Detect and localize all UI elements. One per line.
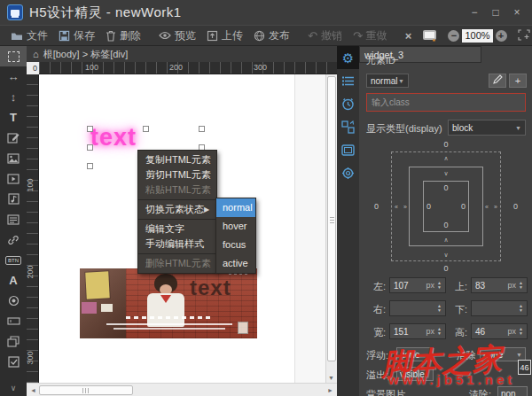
- link-tool[interactable]: [0, 229, 27, 250]
- padding-right-value[interactable]: 0: [461, 202, 466, 211]
- edit-state-button[interactable]: [489, 74, 506, 88]
- photo-widget[interactable]: text: [80, 268, 257, 338]
- overflow-select[interactable]: visible: [396, 367, 434, 381]
- scroll-down-arrow-icon[interactable]: ▼: [328, 375, 334, 381]
- submenu-item-normal[interactable]: normal: [216, 198, 255, 217]
- stepper-right-icon[interactable]: »: [403, 204, 407, 210]
- minimize-button[interactable]: −: [466, 5, 482, 19]
- stepper-right-icon[interactable]: »: [494, 204, 497, 210]
- margin-right-value[interactable]: 0: [513, 202, 518, 211]
- device-view-button[interactable]: [417, 28, 442, 43]
- select-tool[interactable]: [0, 46, 27, 66]
- padding-top-value[interactable]: 0: [443, 183, 448, 192]
- rich-text-tool[interactable]: [0, 128, 27, 148]
- margin-bottom-value[interactable]: 0: [443, 264, 448, 273]
- redo-button[interactable]: ↷ 重做: [348, 27, 393, 44]
- menu-item-copy[interactable]: 复制HTML元素: [138, 152, 216, 167]
- anchor-tool[interactable]: A: [0, 270, 27, 291]
- class-input[interactable]: [366, 93, 526, 112]
- design-canvas[interactable]: text text: [39, 74, 325, 383]
- selection-handle[interactable]: [199, 126, 205, 132]
- menu-item-delete[interactable]: 删除HTML元素: [138, 256, 216, 271]
- width-input[interactable]: 151 px ▲▼: [389, 323, 446, 339]
- audio-tool[interactable]: [0, 189, 27, 209]
- close-page-button[interactable]: ×: [400, 28, 418, 43]
- selection-handle[interactable]: [143, 126, 149, 132]
- height-input[interactable]: 46 px ▲▼: [471, 323, 528, 339]
- checkbox-tool[interactable]: [0, 352, 27, 372]
- form-tool[interactable]: [0, 209, 27, 229]
- zoom-level-value[interactable]: 100%: [462, 29, 492, 43]
- delete-button[interactable]: 删除: [100, 27, 146, 44]
- tab-page[interactable]: [337, 138, 359, 161]
- selection-handle[interactable]: [87, 126, 93, 132]
- text-tool[interactable]: T: [0, 107, 27, 128]
- margin-top-value[interactable]: 0: [443, 140, 448, 149]
- button-tool[interactable]: BTN: [0, 250, 27, 270]
- zoom-in-button[interactable]: +: [496, 29, 512, 43]
- vertical-scrollbar[interactable]: ▼: [325, 74, 337, 383]
- breadcrumb-path[interactable]: 根[body] > 标签[div]: [43, 48, 129, 61]
- tab-animation[interactable]: [337, 92, 359, 115]
- stepper-down-icon[interactable]: ∨: [443, 252, 448, 258]
- margin-left-value[interactable]: 0: [374, 202, 379, 211]
- zoom-out-button[interactable]: −: [442, 29, 459, 43]
- display-select[interactable]: block▼: [448, 120, 526, 136]
- state-dropdown[interactable]: normal▼: [366, 74, 409, 88]
- image-tool[interactable]: [0, 148, 27, 168]
- stepper-left-icon[interactable]: «: [395, 204, 398, 210]
- artboard-button[interactable]: [512, 28, 532, 43]
- menu-item-switch-state[interactable]: 切换元素状态 ▶: [138, 202, 216, 217]
- menu-item-edit-text[interactable]: 编辑文字: [138, 221, 216, 237]
- horizontal-resize-tool[interactable]: ↔: [0, 66, 27, 87]
- radio-tool[interactable]: [0, 291, 27, 311]
- menu-item-edit-style[interactable]: 手动编辑样式: [138, 237, 216, 252]
- stepper-up-icon[interactable]: ∧: [443, 237, 448, 243]
- horizontal-scroll-thumb[interactable]: [39, 385, 133, 395]
- stepper-down-icon[interactable]: ∨: [443, 170, 448, 176]
- save-button[interactable]: 保存: [53, 27, 100, 44]
- publish-button[interactable]: 发布: [248, 27, 295, 44]
- menu-item-cut[interactable]: 剪切HTML元素: [138, 167, 216, 182]
- input-tool[interactable]: [0, 311, 27, 331]
- video-tool[interactable]: [0, 168, 27, 189]
- stepper-icon[interactable]: ▲▼: [519, 304, 523, 313]
- padding-left-value[interactable]: 0: [426, 202, 431, 211]
- stepper-icon[interactable]: ▲▼: [519, 327, 523, 336]
- float-select[interactable]: none: [396, 347, 434, 361]
- add-state-button[interactable]: +: [509, 74, 527, 88]
- stepper-icon[interactable]: ▲▼: [519, 281, 523, 290]
- stepper-icon[interactable]: ▲▼: [437, 304, 442, 313]
- scroll-left-arrow-icon[interactable]: ◄: [27, 387, 40, 393]
- tab-transform[interactable]: [337, 115, 359, 138]
- tab-advanced[interactable]: [337, 161, 359, 184]
- vertical-resize-tool[interactable]: ↕: [0, 87, 27, 107]
- layers-tool[interactable]: [0, 331, 27, 352]
- tab-settings[interactable]: ⚙: [337, 46, 359, 69]
- selection-handle[interactable]: [87, 144, 93, 151]
- submenu-item-active[interactable]: active: [216, 254, 255, 273]
- scroll-right-arrow-icon[interactable]: ►: [324, 387, 337, 393]
- stepper-icon[interactable]: ▲▼: [437, 327, 442, 336]
- preview-button[interactable]: 预览: [153, 27, 201, 44]
- upload-button[interactable]: 上传: [201, 27, 248, 44]
- stepper-icon[interactable]: ▲▼: [437, 281, 442, 290]
- horizontal-scrollbar[interactable]: ◄ ►: [27, 383, 337, 396]
- right-input[interactable]: ▲▼: [389, 300, 446, 316]
- submenu-item-hover[interactable]: hover: [216, 217, 255, 236]
- undo-button[interactable]: ↶ 撤销: [302, 27, 348, 44]
- home-icon[interactable]: ⌂: [33, 49, 39, 59]
- file-button[interactable]: 文件: [5, 27, 53, 44]
- top-input[interactable]: 83 px ▲▼: [471, 277, 528, 293]
- submenu-item-focus[interactable]: focus: [216, 236, 255, 254]
- stepper-up-icon[interactable]: ∧: [443, 155, 448, 161]
- stepper-left-icon[interactable]: «: [485, 204, 489, 210]
- left-input[interactable]: 107 px ▲▼: [389, 277, 446, 293]
- padding-bottom-value[interactable]: 0: [443, 221, 448, 229]
- close-button[interactable]: ×: [509, 5, 525, 19]
- selected-text-widget[interactable]: text: [90, 124, 137, 151]
- tab-properties[interactable]: [337, 69, 359, 92]
- clear-select[interactable]: non: [497, 386, 528, 396]
- vertical-scroll-thumb[interactable]: [327, 76, 336, 361]
- toolbox-more-button[interactable]: ∨: [11, 384, 17, 392]
